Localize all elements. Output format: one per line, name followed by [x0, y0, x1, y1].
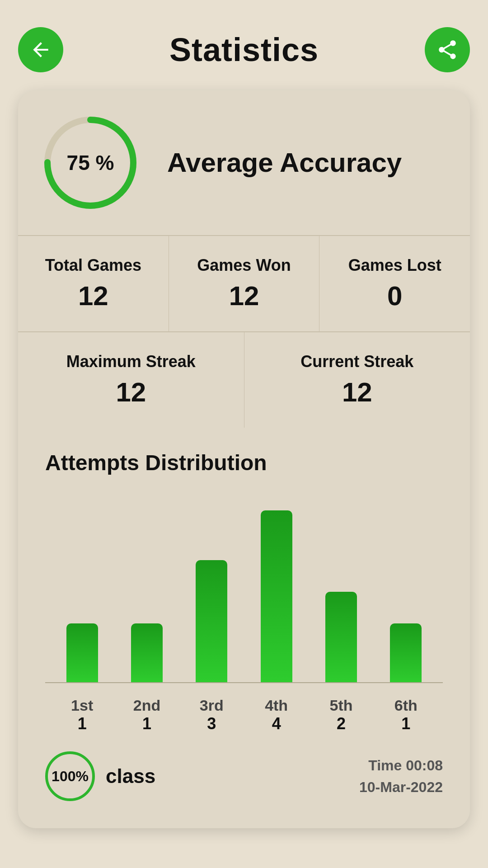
accuracy-label: Average Accuracy	[167, 148, 402, 178]
chart-title: Attempts Distribution	[45, 450, 443, 475]
attempt-label: 6th	[394, 697, 418, 714]
footer-circle: 100%	[45, 751, 95, 801]
footer-left: 100% class	[45, 751, 155, 801]
max-streak-cell: Maximum Streak 12	[18, 332, 244, 428]
bar-2nd	[131, 623, 163, 682]
current-streak-value: 12	[342, 377, 372, 408]
bar-group	[244, 510, 309, 682]
attempt-count: 1	[142, 714, 151, 733]
share-button[interactable]	[425, 27, 470, 72]
share-icon	[436, 38, 459, 61]
bar-group	[309, 592, 373, 682]
max-streak-value: 12	[116, 377, 146, 408]
footer-time: Time 00:08 10-Mar-2022	[359, 755, 443, 798]
total-games-label: Total Games	[45, 256, 141, 275]
attempt-count: 3	[207, 714, 216, 733]
stats-row: Total Games 12 Games Won 12 Games Lost 0	[18, 236, 470, 332]
footer-row: 100% class Time 00:08 10-Mar-2022	[45, 751, 443, 801]
chart-area	[45, 493, 443, 683]
main-card: 75 % Average Accuracy Total Games 12 Gam…	[18, 90, 470, 828]
games-won-cell: Games Won 12	[169, 236, 320, 331]
games-lost-cell: Games Lost 0	[319, 236, 470, 331]
bar-group	[179, 560, 244, 682]
accuracy-section: 75 % Average Accuracy	[18, 90, 470, 236]
attempt-label: 4th	[265, 697, 288, 714]
date-label: 10-Mar-2022	[359, 776, 443, 798]
attempt-count: 1	[401, 714, 410, 733]
back-button[interactable]	[18, 27, 63, 72]
chart-label-group: 6th1	[374, 692, 438, 733]
chart-label-group: 4th4	[244, 692, 309, 733]
back-icon	[29, 38, 52, 61]
bar-group	[374, 623, 438, 682]
footer-circle-text: 100%	[52, 768, 89, 785]
chart-label-group: 3rd3	[179, 692, 244, 733]
bar-6th	[390, 623, 422, 682]
streak-row: Maximum Streak 12 Current Streak 12	[18, 332, 470, 428]
accuracy-circle: 75 %	[41, 113, 140, 212]
bar-3rd	[196, 560, 227, 682]
chart-section: Attempts Distribution 1st12nd13rd34th45t…	[18, 428, 470, 828]
page-title: Statistics	[169, 31, 319, 68]
chart-label-group: 2nd1	[114, 692, 179, 733]
games-lost-label: Games Lost	[348, 256, 441, 275]
attempt-label: 2nd	[133, 697, 160, 714]
footer-class-label: class	[106, 765, 155, 788]
bar-1st	[66, 623, 98, 682]
header: Statistics	[18, 27, 470, 72]
games-won-label: Games Won	[197, 256, 291, 275]
attempt-label: 1st	[71, 697, 93, 714]
attempt-label: 3rd	[200, 697, 224, 714]
current-streak-label: Current Streak	[300, 352, 413, 371]
bar-4th	[261, 510, 292, 682]
attempt-count: 1	[78, 714, 87, 733]
time-label: Time 00:08	[359, 755, 443, 776]
max-streak-label: Maximum Streak	[66, 352, 196, 371]
accuracy-percent: 75 %	[67, 151, 114, 175]
attempt-label: 5th	[329, 697, 352, 714]
games-won-value: 12	[229, 280, 259, 311]
current-streak-cell: Current Streak 12	[244, 332, 470, 428]
chart-labels: 1st12nd13rd34th45th26th1	[45, 692, 443, 733]
games-lost-value: 0	[387, 280, 402, 311]
bar-group	[114, 623, 179, 682]
bar-group	[50, 623, 114, 682]
total-games-cell: Total Games 12	[18, 236, 169, 331]
total-games-value: 12	[78, 280, 108, 311]
chart-label-group: 5th2	[309, 692, 373, 733]
attempt-count: 2	[337, 714, 346, 733]
attempt-count: 4	[272, 714, 281, 733]
chart-label-group: 1st1	[50, 692, 114, 733]
bar-5th	[325, 592, 357, 682]
